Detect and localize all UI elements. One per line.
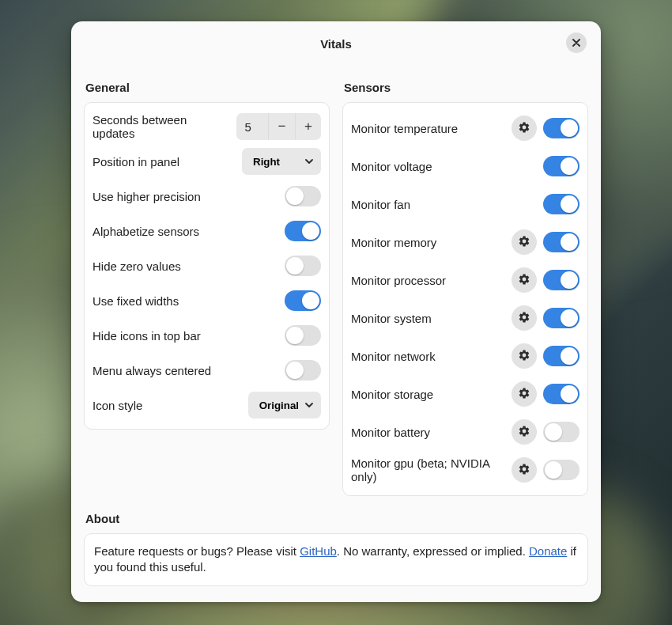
sensor-switch-voltage[interactable]	[543, 156, 580, 176]
sensor-switch-system[interactable]	[543, 308, 580, 328]
position-in-panel-dropdown[interactable]: Right	[242, 148, 321, 175]
sensor-label-memory: Monitor memory	[351, 236, 505, 249]
label-alphabetize-sensors: Alphabetize sensors	[92, 225, 278, 238]
sensor-settings-button-storage[interactable]	[512, 381, 537, 407]
row-hide-icons-in-top-bar: Hide icons in top bar	[92, 318, 321, 353]
gear-icon	[518, 311, 530, 326]
sensor-settings-button-system[interactable]	[512, 305, 537, 331]
sensor-switch-fan[interactable]	[543, 194, 580, 214]
seconds-decrement-button[interactable]: −	[268, 113, 294, 140]
gear-icon	[518, 235, 530, 250]
sensor-row-gpu: Monitor gpu (beta; NVIDIA only)	[351, 451, 580, 489]
sensor-label-gpu: Monitor gpu (beta; NVIDIA only)	[351, 456, 505, 483]
icon-style-dropdown[interactable]: Original	[248, 392, 321, 419]
about-panel: Feature requests or bugs? Please visit G…	[84, 533, 588, 586]
sensor-switch-processor[interactable]	[543, 270, 580, 290]
general-column: General Seconds between updates − +	[84, 81, 330, 496]
sensor-label-fan: Monitor fan	[351, 198, 537, 211]
sensors-panel: Monitor temperatureMonitor voltageMonito…	[342, 102, 588, 496]
row-alphabetize-sensors: Alphabetize sensors	[92, 214, 321, 248]
sensor-switch-gpu[interactable]	[543, 460, 580, 480]
gear-icon	[518, 425, 530, 440]
dialog-title: Vitals	[320, 37, 352, 51]
gear-icon	[518, 463, 530, 478]
position-in-panel-value: Right	[253, 156, 280, 168]
sensor-switch-memory[interactable]	[543, 232, 580, 252]
about-heading: About	[84, 512, 588, 525]
switch-menu-always-centered[interactable]	[285, 360, 321, 381]
row-use-fixed-widths: Use fixed widths	[92, 283, 321, 318]
label-hide-zero-values: Hide zero values	[92, 259, 278, 273]
sensors-heading: Sensors	[342, 81, 588, 94]
sensor-row-fan: Monitor fan	[351, 185, 580, 223]
seconds-stepper: − +	[236, 113, 321, 140]
sensor-switch-battery[interactable]	[543, 422, 580, 442]
switch-use-higher-precision[interactable]	[285, 186, 321, 206]
sensor-label-storage: Monitor storage	[351, 388, 505, 401]
sensor-settings-button-gpu[interactable]	[512, 457, 537, 483]
sensor-label-system: Monitor system	[351, 312, 505, 325]
close-button[interactable]	[566, 32, 587, 53]
sensor-switch-network[interactable]	[543, 346, 580, 366]
chevron-down-icon	[305, 159, 313, 164]
sensor-settings-button-temperature[interactable]	[512, 116, 537, 141]
label-icon-style: Icon style	[92, 399, 242, 412]
label-use-fixed-widths: Use fixed widths	[92, 294, 278, 308]
sensor-row-processor: Monitor processor	[351, 261, 580, 299]
plus-icon: +	[304, 119, 312, 134]
sensor-label-processor: Monitor processor	[351, 274, 505, 287]
sensor-row-memory: Monitor memory	[351, 223, 580, 261]
icon-style-value: Original	[259, 400, 299, 411]
sensor-label-voltage: Monitor voltage	[351, 160, 537, 173]
close-icon	[572, 36, 580, 49]
sensor-label-battery: Monitor battery	[351, 426, 505, 439]
preferences-dialog: Vitals General Seconds between updates −	[71, 21, 601, 602]
row-hide-zero-values: Hide zero values	[92, 248, 321, 283]
label-seconds-between-updates: Seconds between updates	[92, 113, 230, 140]
general-heading: General	[84, 81, 330, 94]
about-text-middle: . No warranty, expressed or implied.	[337, 544, 529, 558]
row-seconds-between-updates: Seconds between updates − +	[92, 109, 321, 144]
switch-hide-icons-in-top-bar[interactable]	[285, 325, 321, 346]
minus-icon: −	[278, 119, 286, 134]
seconds-value[interactable]	[236, 113, 268, 140]
github-link[interactable]: GitHub	[300, 544, 337, 558]
seconds-increment-button[interactable]: +	[295, 113, 321, 140]
sensor-row-system: Monitor system	[351, 299, 580, 337]
row-menu-always-centered: Menu always centered	[92, 353, 321, 388]
sensor-settings-button-processor[interactable]	[512, 267, 537, 293]
sensor-row-temperature: Monitor temperature	[351, 109, 580, 147]
sensor-row-voltage: Monitor voltage	[351, 147, 580, 185]
sensors-column: Sensors Monitor temperatureMonitor volta…	[342, 81, 588, 496]
sensor-settings-button-memory[interactable]	[512, 229, 537, 255]
about-section: About Feature requests or bugs? Please v…	[84, 512, 588, 586]
switch-hide-zero-values[interactable]	[285, 256, 321, 276]
gear-icon	[518, 273, 530, 288]
sensor-label-temperature: Monitor temperature	[351, 122, 505, 135]
switch-use-fixed-widths[interactable]	[285, 290, 321, 311]
label-menu-always-centered: Menu always centered	[92, 364, 278, 377]
sensor-settings-button-network[interactable]	[512, 343, 537, 369]
donate-link[interactable]: Donate	[529, 544, 567, 558]
about-text-prefix: Feature requests or bugs? Please visit	[94, 544, 300, 558]
sensor-row-network: Monitor network	[351, 337, 580, 375]
row-position-in-panel: Position in panel Right	[92, 144, 321, 179]
chevron-down-icon	[305, 403, 313, 407]
gear-icon	[518, 387, 530, 402]
sensor-label-network: Monitor network	[351, 350, 505, 363]
sensor-row-storage: Monitor storage	[351, 375, 580, 413]
label-use-higher-precision: Use higher precision	[92, 190, 278, 203]
sensor-switch-storage[interactable]	[543, 384, 580, 404]
switch-alphabetize-sensors[interactable]	[285, 221, 321, 241]
sensor-switch-temperature[interactable]	[543, 118, 580, 138]
label-position-in-panel: Position in panel	[92, 155, 236, 169]
gear-icon	[518, 121, 530, 136]
label-hide-icons-in-top-bar: Hide icons in top bar	[92, 329, 278, 343]
row-icon-style: Icon style Original	[92, 388, 321, 422]
general-panel: Seconds between updates − + Position in …	[84, 102, 330, 430]
row-use-higher-precision: Use higher precision	[92, 179, 321, 214]
sensor-row-battery: Monitor battery	[351, 413, 580, 451]
titlebar: Vitals	[84, 31, 588, 81]
sensor-settings-button-battery[interactable]	[512, 419, 537, 445]
gear-icon	[518, 349, 530, 364]
